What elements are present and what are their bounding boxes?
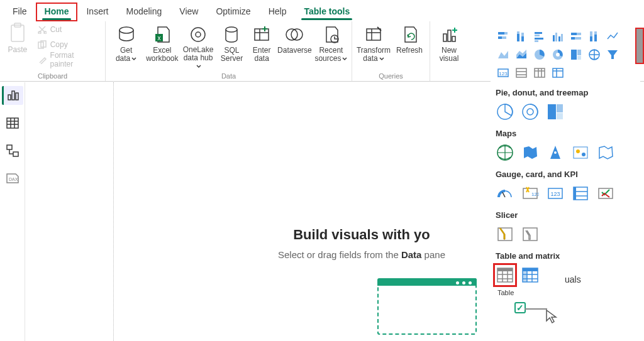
transform-data-button[interactable]: Transformdata <box>356 23 391 70</box>
tab-file[interactable]: File <box>4 3 36 21</box>
rail-dax-view[interactable]: DAX <box>2 169 23 188</box>
get-data-icon <box>117 25 136 44</box>
viz-grid: 123 <box>496 29 636 80</box>
viz-map[interactable] <box>496 143 514 162</box>
viz-card[interactable]: 123 <box>546 184 565 203</box>
newvisual-l1: New <box>441 46 457 55</box>
svg-rect-42 <box>561 34 563 41</box>
excel-workbook-button[interactable]: x Excelworkbook <box>145 23 179 70</box>
viz-matrix-small[interactable] <box>550 65 565 80</box>
copy-label: Copy <box>50 40 68 49</box>
tab-table-tools[interactable]: Table tools <box>295 3 358 21</box>
chevron-down-icon <box>342 55 347 63</box>
svg-rect-36 <box>535 35 540 36</box>
enter-data-button[interactable]: Enterdata <box>248 23 275 70</box>
svg-text:123: 123 <box>550 191 560 197</box>
svg-rect-66 <box>548 104 556 119</box>
sql-l1: SQL <box>224 46 239 55</box>
viz-more-scrollbar[interactable] <box>636 29 643 63</box>
viz-treemap-small[interactable] <box>569 47 584 62</box>
build-subtext: Select or drag fields from the Data pane <box>214 249 509 260</box>
viz-matrix[interactable] <box>521 266 540 284</box>
tab-modeling[interactable]: Modeling <box>117 3 170 21</box>
viz-line[interactable] <box>605 29 620 44</box>
refresh-icon <box>400 25 419 44</box>
sql-l2: Server <box>221 55 243 63</box>
viz-map-small[interactable] <box>587 47 602 62</box>
tab-view[interactable]: View <box>170 3 207 21</box>
group-data: Getdata x Excelworkbook OneLakedata hub … <box>106 21 352 81</box>
svg-rect-79 <box>574 187 576 200</box>
build-illustration: ✓ <box>377 278 509 341</box>
excel-icon: x <box>153 25 172 44</box>
svg-text:123: 123 <box>499 71 508 77</box>
rail-table-view[interactable] <box>2 114 23 133</box>
svg-rect-54 <box>571 50 577 60</box>
viz-multirow-card[interactable] <box>571 184 590 203</box>
viz-multirow-card-small[interactable] <box>514 65 529 80</box>
svg-rect-31 <box>517 34 519 41</box>
build-sub-post: pane <box>421 249 445 260</box>
build-sub-pre: Select or drag fields from the <box>278 249 401 260</box>
new-visual-button[interactable]: Newvisual <box>434 23 464 70</box>
viz-stacked-area[interactable] <box>514 47 529 62</box>
viz-area[interactable] <box>496 47 511 62</box>
viz-100-stacked-bar[interactable] <box>569 29 584 44</box>
refresh-button[interactable]: Refresh <box>394 23 425 70</box>
svg-rect-68 <box>557 113 563 119</box>
recent-l1: Recent <box>319 46 343 55</box>
viz-shape-map[interactable] <box>596 143 615 162</box>
viz-funnel[interactable] <box>605 47 620 62</box>
svg-rect-20 <box>8 95 11 100</box>
viz-clustered-bar[interactable] <box>532 29 547 44</box>
group-label-clipboard: Clipboard <box>4 72 101 81</box>
enter-l1: Enter <box>253 46 271 55</box>
viz-donut-small[interactable] <box>550 47 565 62</box>
recent-sources-button[interactable]: Recentsources <box>314 23 348 70</box>
section-gauge-title: Gauge, card, and KPI <box>496 170 636 179</box>
dataverse-button[interactable]: Dataverse <box>277 23 312 70</box>
viz-arcgis-map[interactable] <box>571 143 590 162</box>
rail-model-view[interactable] <box>2 141 23 160</box>
svg-text:123: 123 <box>531 192 539 197</box>
tab-insert[interactable]: Insert <box>77 3 117 21</box>
viz-100-stacked-column[interactable] <box>587 29 602 44</box>
svg-rect-0 <box>11 25 24 41</box>
svg-rect-48 <box>590 36 592 41</box>
get-data-button[interactable]: Getdata <box>109 23 143 70</box>
viz-azure-map[interactable] <box>546 143 565 162</box>
new-visual-icon <box>440 25 458 44</box>
viz-pie-small[interactable] <box>532 47 547 62</box>
viz-slicer-new[interactable] <box>496 225 514 244</box>
viz-card-new[interactable]: 123 <box>521 184 540 203</box>
chevron-down-icon <box>379 55 384 63</box>
viz-donut[interactable] <box>521 102 540 121</box>
build-visuals-prompt: Build visuals with yo Select or drag fie… <box>214 227 509 260</box>
viz-card-small[interactable]: 123 <box>496 65 511 80</box>
tab-home[interactable]: Home <box>36 3 78 21</box>
viz-clustered-column[interactable] <box>550 29 565 44</box>
rail-report-view[interactable] <box>2 86 23 105</box>
svg-rect-34 <box>521 33 524 36</box>
viz-stacked-column[interactable] <box>514 29 529 44</box>
paste-button: Paste <box>4 23 31 54</box>
viz-filled-map[interactable] <box>521 143 540 162</box>
viz-kpi[interactable] <box>596 184 615 203</box>
svg-rect-44 <box>571 33 577 35</box>
viz-treemap[interactable] <box>546 102 565 121</box>
viz-table-small[interactable] <box>532 65 547 80</box>
dax-icon: DAX <box>6 173 19 184</box>
group-clipboard: Paste Cut Copy Format painter Clipboard <box>0 21 106 81</box>
svg-text:DAX: DAX <box>9 177 18 181</box>
viz-gauge[interactable] <box>496 184 514 203</box>
viz-pie[interactable] <box>496 102 514 121</box>
sql-server-button[interactable]: SQLServer <box>218 23 247 70</box>
onelake-button[interactable]: OneLakedata hub <box>181 23 214 70</box>
viz-table[interactable]: Table <box>496 266 514 284</box>
recent-sources-icon <box>321 25 340 44</box>
onelake-icon <box>189 25 208 43</box>
viz-stacked-bar[interactable] <box>496 29 511 44</box>
tab-optimize[interactable]: Optimize <box>207 3 259 21</box>
viz-slicer[interactable] <box>521 225 540 244</box>
tab-help[interactable]: Help <box>260 3 296 21</box>
